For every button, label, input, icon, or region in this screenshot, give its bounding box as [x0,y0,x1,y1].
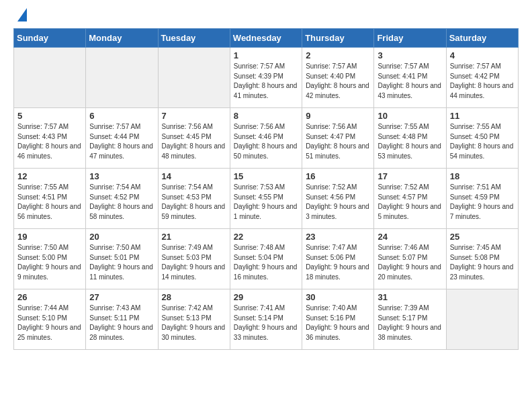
calendar-cell: 14Sunrise: 7:54 AM Sunset: 4:53 PM Dayli… [158,169,230,229]
day-number: 28 [162,292,226,302]
calendar-table: SundayMondayTuesdayWednesdayThursdayFrid… [13,28,519,350]
day-content: Sunrise: 7:49 AM Sunset: 5:03 PM Dayligh… [162,243,226,282]
calendar-cell: 29Sunrise: 7:41 AM Sunset: 5:14 PM Dayli… [230,289,302,350]
day-content: Sunrise: 7:43 AM Sunset: 5:11 PM Dayligh… [89,304,154,342]
day-number: 22 [234,232,298,242]
day-content: Sunrise: 7:41 AM Sunset: 5:14 PM Dayligh… [234,304,298,342]
calendar-cell: 16Sunrise: 7:52 AM Sunset: 4:56 PM Dayli… [302,169,374,229]
day-header-thursday: Thursday [302,29,374,48]
calendar-cell [86,48,158,108]
day-number: 7 [162,111,226,121]
day-number: 12 [17,171,82,181]
day-header-saturday: Saturday [446,29,518,48]
day-content: Sunrise: 7:55 AM Sunset: 4:48 PM Dayligh… [378,122,442,161]
day-number: 27 [89,292,154,302]
day-number: 5 [17,111,82,121]
logo-triangle-icon [17,8,27,21]
day-number: 18 [450,171,515,181]
day-number: 17 [378,171,442,181]
day-content: Sunrise: 7:57 AM Sunset: 4:39 PM Dayligh… [234,62,298,101]
day-number: 4 [450,50,515,60]
day-number: 31 [378,292,442,302]
calendar-cell: 4Sunrise: 7:57 AM Sunset: 4:42 PM Daylig… [446,48,518,108]
logo [13,11,27,21]
week-row: 19Sunrise: 7:50 AM Sunset: 5:00 PM Dayli… [14,229,519,289]
day-number: 21 [162,232,226,242]
day-number: 2 [306,50,370,60]
day-number: 30 [306,292,370,302]
day-content: Sunrise: 7:40 AM Sunset: 5:16 PM Dayligh… [306,304,370,342]
calendar-cell: 12Sunrise: 7:55 AM Sunset: 4:51 PM Dayli… [14,169,86,229]
day-number: 10 [378,111,442,121]
day-content: Sunrise: 7:47 AM Sunset: 5:06 PM Dayligh… [306,243,370,282]
day-number: 6 [89,111,154,121]
day-number: 14 [162,171,226,181]
week-row: 26Sunrise: 7:44 AM Sunset: 5:10 PM Dayli… [14,289,519,350]
day-content: Sunrise: 7:39 AM Sunset: 5:17 PM Dayligh… [378,304,442,342]
day-content: Sunrise: 7:50 AM Sunset: 5:01 PM Dayligh… [89,243,154,282]
day-content: Sunrise: 7:54 AM Sunset: 4:52 PM Dayligh… [89,183,154,222]
day-number: 26 [17,292,82,302]
day-header-friday: Friday [374,29,446,48]
calendar-cell: 25Sunrise: 7:45 AM Sunset: 5:08 PM Dayli… [446,229,518,289]
page: SundayMondayTuesdayWednesdayThursdayFrid… [0,0,532,358]
day-number: 29 [234,292,298,302]
day-content: Sunrise: 7:57 AM Sunset: 4:43 PM Dayligh… [17,122,82,161]
calendar-cell: 21Sunrise: 7:49 AM Sunset: 5:03 PM Dayli… [158,229,230,289]
calendar-cell: 5Sunrise: 7:57 AM Sunset: 4:43 PM Daylig… [14,108,86,169]
day-number: 8 [234,111,298,121]
day-content: Sunrise: 7:48 AM Sunset: 5:04 PM Dayligh… [234,243,298,282]
calendar-cell: 28Sunrise: 7:42 AM Sunset: 5:13 PM Dayli… [158,289,230,350]
calendar-cell: 6Sunrise: 7:57 AM Sunset: 4:44 PM Daylig… [86,108,158,169]
calendar-header-row: SundayMondayTuesdayWednesdayThursdayFrid… [14,29,519,48]
calendar-cell: 31Sunrise: 7:39 AM Sunset: 5:17 PM Dayli… [374,289,446,350]
calendar-cell: 10Sunrise: 7:55 AM Sunset: 4:48 PM Dayli… [374,108,446,169]
day-content: Sunrise: 7:53 AM Sunset: 4:55 PM Dayligh… [234,183,298,222]
calendar-cell [14,48,86,108]
week-row: 12Sunrise: 7:55 AM Sunset: 4:51 PM Dayli… [14,169,519,229]
day-content: Sunrise: 7:57 AM Sunset: 4:40 PM Dayligh… [306,62,370,101]
calendar-cell: 18Sunrise: 7:51 AM Sunset: 4:59 PM Dayli… [446,169,518,229]
day-content: Sunrise: 7:57 AM Sunset: 4:41 PM Dayligh… [378,62,442,101]
week-row: 5Sunrise: 7:57 AM Sunset: 4:43 PM Daylig… [14,108,519,169]
day-content: Sunrise: 7:57 AM Sunset: 4:42 PM Dayligh… [450,62,515,101]
day-content: Sunrise: 7:55 AM Sunset: 4:51 PM Dayligh… [17,183,82,222]
day-header-sunday: Sunday [14,29,86,48]
day-number: 11 [450,111,515,121]
header [13,11,519,21]
calendar-cell: 30Sunrise: 7:40 AM Sunset: 5:16 PM Dayli… [302,289,374,350]
calendar-cell: 27Sunrise: 7:43 AM Sunset: 5:11 PM Dayli… [86,289,158,350]
calendar-cell: 15Sunrise: 7:53 AM Sunset: 4:55 PM Dayli… [230,169,302,229]
calendar-cell: 17Sunrise: 7:52 AM Sunset: 4:57 PM Dayli… [374,169,446,229]
day-header-tuesday: Tuesday [158,29,230,48]
day-header-wednesday: Wednesday [230,29,302,48]
day-number: 19 [17,232,82,242]
day-content: Sunrise: 7:52 AM Sunset: 4:57 PM Dayligh… [378,183,442,222]
calendar-cell: 19Sunrise: 7:50 AM Sunset: 5:00 PM Dayli… [14,229,86,289]
calendar-cell: 7Sunrise: 7:56 AM Sunset: 4:45 PM Daylig… [158,108,230,169]
day-content: Sunrise: 7:56 AM Sunset: 4:45 PM Dayligh… [162,122,226,161]
day-number: 3 [378,50,442,60]
day-content: Sunrise: 7:55 AM Sunset: 4:50 PM Dayligh… [450,122,515,161]
calendar-cell: 23Sunrise: 7:47 AM Sunset: 5:06 PM Dayli… [302,229,374,289]
day-number: 23 [306,232,370,242]
day-content: Sunrise: 7:51 AM Sunset: 4:59 PM Dayligh… [450,183,515,222]
day-content: Sunrise: 7:54 AM Sunset: 4:53 PM Dayligh… [162,183,226,222]
calendar-cell [158,48,230,108]
day-content: Sunrise: 7:46 AM Sunset: 5:07 PM Dayligh… [378,243,442,282]
calendar-cell: 2Sunrise: 7:57 AM Sunset: 4:40 PM Daylig… [302,48,374,108]
calendar-cell: 9Sunrise: 7:56 AM Sunset: 4:47 PM Daylig… [302,108,374,169]
day-content: Sunrise: 7:50 AM Sunset: 5:00 PM Dayligh… [17,243,82,282]
calendar-cell: 13Sunrise: 7:54 AM Sunset: 4:52 PM Dayli… [86,169,158,229]
week-row: 1Sunrise: 7:57 AM Sunset: 4:39 PM Daylig… [14,48,519,108]
day-content: Sunrise: 7:52 AM Sunset: 4:56 PM Dayligh… [306,183,370,222]
calendar-cell: 8Sunrise: 7:56 AM Sunset: 4:46 PM Daylig… [230,108,302,169]
day-content: Sunrise: 7:42 AM Sunset: 5:13 PM Dayligh… [162,304,226,342]
day-content: Sunrise: 7:44 AM Sunset: 5:10 PM Dayligh… [17,304,82,342]
day-header-monday: Monday [86,29,158,48]
calendar-cell: 22Sunrise: 7:48 AM Sunset: 5:04 PM Dayli… [230,229,302,289]
calendar-cell: 20Sunrise: 7:50 AM Sunset: 5:01 PM Dayli… [86,229,158,289]
day-number: 15 [234,171,298,181]
day-number: 25 [450,232,515,242]
day-number: 13 [89,171,154,181]
